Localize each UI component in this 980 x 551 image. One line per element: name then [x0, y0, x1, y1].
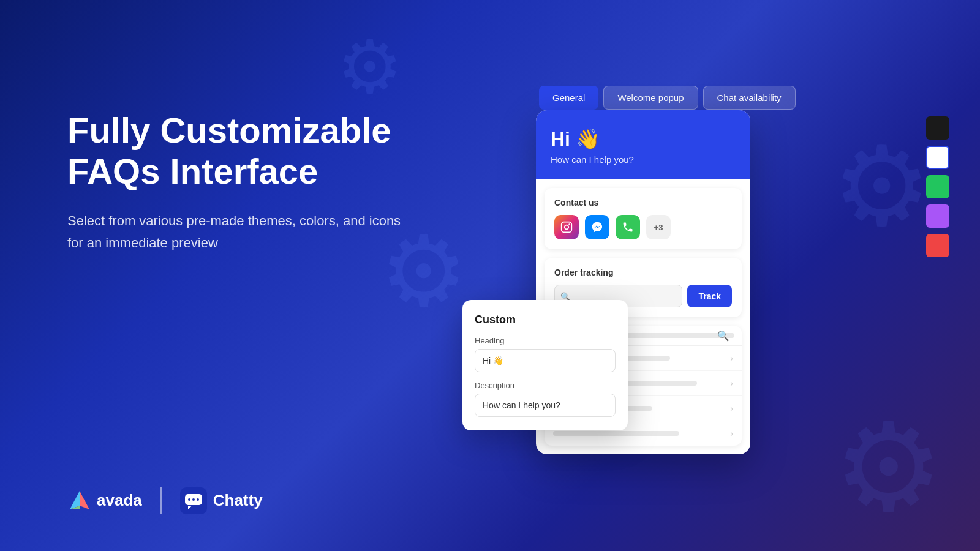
- tab-welcome-popup[interactable]: Welcome popup: [603, 86, 698, 110]
- contact-card: Contact us +3: [545, 188, 742, 249]
- chat-subtitle: How can I help you?: [551, 154, 736, 165]
- faq-search-icon: 🔍: [717, 330, 729, 342]
- chat-greeting: Hi 👋: [551, 127, 736, 151]
- messenger-icon[interactable]: [585, 215, 609, 239]
- tab-general[interactable]: General: [539, 86, 598, 110]
- description-label: Description: [475, 381, 616, 390]
- order-search-icon: 🔍: [560, 291, 570, 301]
- description-input[interactable]: [475, 394, 616, 417]
- chevron-right-icon-1: ›: [730, 353, 733, 363]
- avada-logo: avada: [67, 489, 142, 513]
- more-badge[interactable]: +3: [646, 215, 671, 239]
- svg-point-6: [568, 223, 570, 225]
- color-swatch-red[interactable]: [926, 234, 949, 257]
- heading-input[interactable]: [475, 349, 616, 372]
- svg-marker-2: [80, 491, 89, 509]
- custom-panel-title: Custom: [475, 313, 616, 326]
- svg-point-5: [565, 225, 569, 230]
- color-swatch-purple[interactable]: [926, 204, 949, 228]
- color-swatches: [926, 116, 949, 257]
- chatty-icon: [180, 487, 207, 514]
- hero-subtitle: Select from various pre-made themes, col…: [67, 210, 410, 253]
- chat-header: Hi 👋 How can I help you?: [536, 110, 750, 179]
- chevron-right-icon-3: ›: [730, 403, 733, 413]
- color-swatch-black[interactable]: [926, 116, 949, 140]
- hero-content: Fully Customizable FAQs Interface Select…: [67, 110, 410, 253]
- instagram-icon[interactable]: [554, 215, 579, 239]
- chatty-label: Chatty: [213, 491, 263, 510]
- color-swatch-green[interactable]: [926, 175, 949, 198]
- gear-decoration-3: ⚙: [832, 122, 931, 250]
- contact-icons: +3: [554, 215, 732, 239]
- custom-panel: Custom Heading Description: [462, 300, 628, 430]
- avada-label: avada: [97, 491, 142, 510]
- heading-label: Heading: [475, 336, 616, 345]
- tab-chat-availability[interactable]: Chat availability: [703, 86, 796, 110]
- order-tracking-title: Order tracking: [554, 268, 732, 277]
- faq-line-4: [553, 431, 679, 436]
- chatty-logo: Chatty: [180, 487, 263, 514]
- gear-decoration-4: ⚙: [834, 396, 943, 539]
- tab-bar: General Welcome popup Chat availability: [539, 86, 796, 110]
- main-title: Fully Customizable FAQs Interface: [67, 110, 410, 192]
- contact-title: Contact us: [554, 198, 732, 208]
- chevron-right-icon-2: ›: [730, 378, 733, 388]
- phone-icon[interactable]: [616, 215, 640, 239]
- avada-icon: [67, 489, 92, 513]
- track-button[interactable]: Track: [687, 285, 732, 307]
- svg-rect-4: [562, 222, 572, 233]
- gear-decoration-1: ⚙: [337, 24, 403, 110]
- brand-divider: [160, 487, 162, 514]
- brand-logos: avada Chatty: [67, 487, 263, 514]
- chevron-right-icon-4: ›: [730, 429, 733, 438]
- color-swatch-white[interactable]: [926, 146, 949, 169]
